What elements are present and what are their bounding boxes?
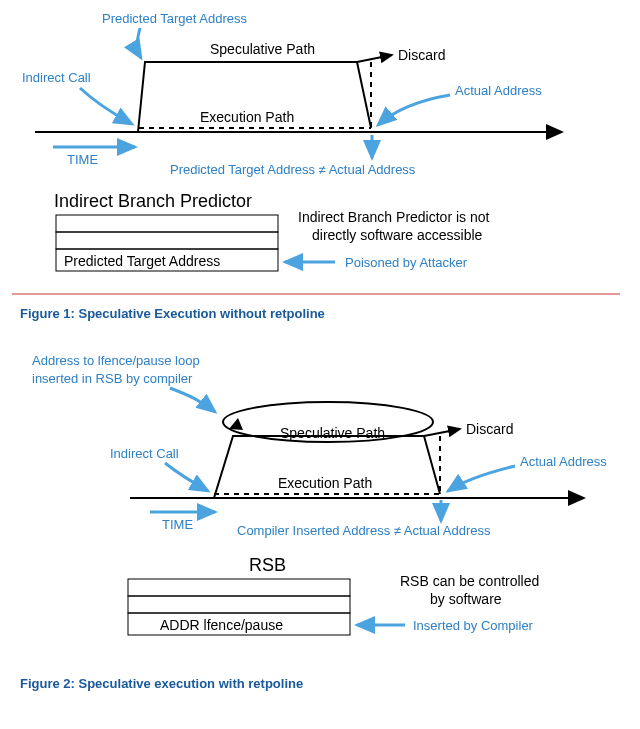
fig2-note-line2: by software — [430, 591, 502, 607]
fig1-time-label: TIME — [67, 152, 98, 167]
fig1-inequality-label: Predicted Target Address ≠ Actual Addres… — [170, 162, 416, 177]
fig1-poisoned-label: Poisoned by Attacker — [345, 255, 468, 270]
fig1-predicted-target-arrow — [137, 28, 141, 58]
fig2-indirect-call-arrow — [165, 463, 208, 491]
fig2-table-row3-label: ADDR lfence/pause — [160, 617, 283, 633]
fig2-speculative-path-label: Speculative Path — [280, 425, 385, 441]
fig2-indirect-call-label: Indirect Call — [110, 446, 179, 461]
fig1-note-line2: directly software accessible — [312, 227, 483, 243]
svg-rect-0 — [56, 215, 278, 232]
fig1-discard-label: Discard — [398, 47, 445, 63]
fig2-addr-line2: inserted in RSB by compiler — [32, 371, 193, 386]
svg-rect-4 — [128, 596, 350, 613]
fig1-speculative-path-label: Speculative Path — [210, 41, 315, 57]
fig2-loop-arrowhead — [229, 418, 243, 430]
fig2-addr-arrow — [170, 388, 215, 412]
fig2-discard-arrow — [424, 429, 460, 436]
fig2-execution-path-label: Execution Path — [278, 475, 372, 491]
fig1-actual-address-arrow — [378, 95, 450, 125]
fig1-indirect-call-arrow — [80, 88, 132, 124]
fig1-table-title: Indirect Branch Predictor — [54, 191, 252, 211]
fig2-actual-address-label: Actual Address — [520, 454, 607, 469]
fig1-note-line1: Indirect Branch Predictor is not — [298, 209, 490, 225]
fig1-indirect-call-label: Indirect Call — [22, 70, 91, 85]
fig1-discard-arrow — [357, 55, 392, 62]
fig2-caption: Figure 2: Speculative execution with ret… — [20, 676, 303, 691]
fig2-table-title: RSB — [249, 555, 286, 575]
fig2-time-label: TIME — [162, 517, 193, 532]
fig1-execution-path-label: Execution Path — [200, 109, 294, 125]
fig2-note-line1: RSB can be controlled — [400, 573, 539, 589]
fig2-inserted-label: Inserted by Compiler — [413, 618, 534, 633]
fig2-addr-line1: Address to lfence/pause loop — [32, 353, 200, 368]
svg-rect-3 — [128, 579, 350, 596]
fig1-actual-address-label: Actual Address — [455, 83, 542, 98]
fig2-actual-address-arrow — [448, 466, 515, 491]
fig1-caption: Figure 1: Speculative Execution without … — [20, 306, 325, 321]
fig1-table-row3-label: Predicted Target Address — [64, 253, 220, 269]
fig1-predicted-target-label: Predicted Target Address — [102, 11, 248, 26]
fig2-discard-label: Discard — [466, 421, 513, 437]
svg-rect-1 — [56, 232, 278, 249]
fig2-inequality-label: Compiler Inserted Address ≠ Actual Addre… — [237, 523, 491, 538]
